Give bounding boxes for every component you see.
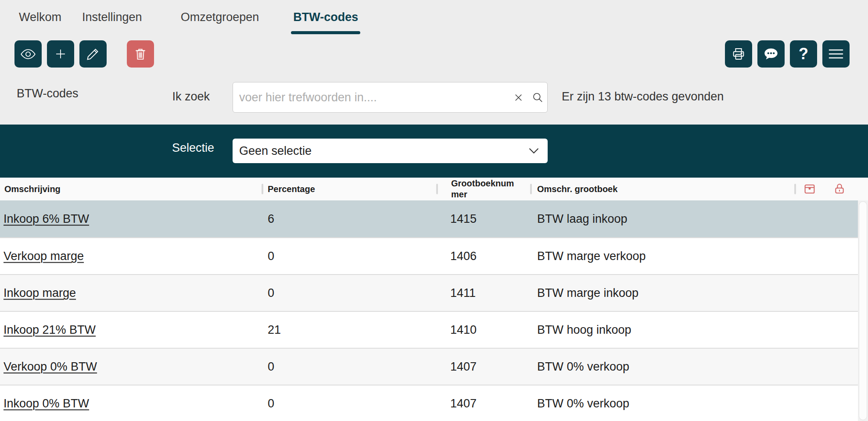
menu-icon [829,48,843,60]
cell-omschr-grootboek: BTW 0% verkoop [537,397,629,410]
tab-bar: Welkom Instellingen Omzetgroepen BTW-cod… [0,0,868,34]
cell-omschr-grootboek: BTW 0% verkoop [537,360,629,374]
page-title: BTW-codes [17,87,79,100]
column-separator [794,184,796,194]
add-button[interactable] [47,40,74,68]
column-header-omschr-grootboek[interactable]: Omschr. grootboek [537,184,617,195]
column-header-omschrijving[interactable]: Omschrijving [4,184,61,195]
table-row[interactable]: Inkoop 0% BTW 0 1407 BTW 0% verkoop [0,385,858,421]
menu-button[interactable] [822,40,850,68]
selection-label: Selectie [149,141,214,155]
active-tab-underline [291,31,360,34]
column-header-grootboeknummer[interactable]: Grootboeknummer [451,178,520,200]
table-row[interactable]: Inkoop 21% BTW 21 1410 BTW hoog inkoop [0,311,858,348]
column-separator [262,184,263,194]
cell-percentage: 0 [268,250,274,263]
cell-omschr-grootboek: BTW marge verkoop [537,250,646,263]
cell-grootboeknummer: 1415 [450,212,477,226]
cell-grootboeknummer: 1410 [450,323,477,337]
app-window: Welkom Instellingen Omzetgroepen BTW-cod… [0,0,868,421]
table-header: Omschrijving Percentage Grootboeknummer … [0,178,868,200]
question-icon: ? [799,46,808,62]
tab-omzetgroepen[interactable]: Omzetgroepen [181,0,259,34]
pencil-icon [86,47,100,61]
lock-icon[interactable] [833,182,846,197]
selection-dropdown[interactable]: Geen selectie [233,139,548,163]
toolbar-right: ? [725,40,850,68]
tab-instellingen[interactable]: Instellingen [82,0,142,34]
selection-dropdown-value: Geen selectie [233,144,529,158]
chevron-down-icon [529,148,539,154]
results-count-text: Er zijn 13 btw-codes gevonden [562,90,724,103]
search-box [233,82,548,113]
toolbar-left [14,40,154,68]
search-button[interactable] [528,82,547,112]
printer-icon [732,47,746,61]
tab-btw-codes[interactable]: BTW-codes [293,0,358,34]
column-header-percentage[interactable]: Percentage [268,184,315,195]
plus-icon [54,47,67,61]
print-button[interactable] [725,40,752,68]
view-button[interactable] [14,40,42,68]
column-separator [436,184,438,194]
cell-grootboeknummer: 1406 [450,250,477,263]
row-link-omschrijving[interactable]: Verkoop 0% BTW [4,360,97,374]
close-icon [514,93,523,102]
trash-icon [134,47,147,61]
cell-percentage: 6 [268,212,274,226]
cell-percentage: 21 [268,323,281,337]
table-row[interactable]: Inkoop 6% BTW 6 1415 BTW laag inkoop [0,200,858,237]
row-link-omschrijving[interactable]: Inkoop 21% BTW [4,323,96,337]
cell-percentage: 0 [268,286,274,300]
feedback-button[interactable] [757,40,785,68]
delete-button[interactable] [127,40,154,68]
cell-grootboeknummer: 1407 [450,360,477,374]
cell-percentage: 0 [268,397,274,410]
archive-box-icon[interactable] [803,182,816,197]
filter-band: Selectie Geen selectie [0,125,868,178]
cell-omschr-grootboek: BTW marge inkoop [537,286,638,300]
help-button[interactable]: ? [790,40,817,68]
table-body: Inkoop 6% BTW 6 1415 BTW laag inkoop Ver… [0,200,858,421]
table-row[interactable]: Inkoop marge 0 1411 BTW marge inkoop [0,274,858,311]
chat-icon [764,47,778,61]
row-link-omschrijving[interactable]: Inkoop 0% BTW [4,397,89,410]
scrollbar-track [858,200,868,421]
row-link-omschrijving[interactable]: Inkoop 6% BTW [4,212,89,226]
cell-percentage: 0 [268,360,274,374]
tab-welkom[interactable]: Welkom [19,0,61,34]
search-label: Ik zoek [158,90,210,103]
table-row[interactable]: Verkoop 0% BTW 0 1407 BTW 0% verkoop [0,348,858,385]
eye-icon [21,49,36,60]
cell-grootboeknummer: 1407 [450,397,477,410]
search-input[interactable] [233,82,509,112]
clear-search-button[interactable] [509,82,528,112]
cell-grootboeknummer: 1411 [450,286,476,300]
search-icon [532,92,543,103]
scrollbar-thumb[interactable] [859,201,867,420]
edit-button[interactable] [79,40,107,68]
row-link-omschrijving[interactable]: Inkoop marge [4,286,76,300]
row-link-omschrijving[interactable]: Verkoop marge [4,250,84,263]
column-separator [530,184,532,194]
table-row[interactable]: Verkoop marge 0 1406 BTW marge verkoop [0,237,858,274]
cell-omschr-grootboek: BTW laag inkoop [537,212,628,226]
cell-omschr-grootboek: BTW hoog inkoop [537,323,631,337]
